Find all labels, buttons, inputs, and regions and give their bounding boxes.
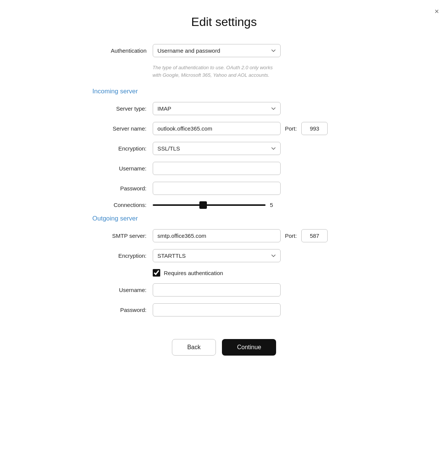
- incoming-encryption-select[interactable]: SSL/TLS STARTTLS None: [153, 142, 281, 155]
- requires-auth-checkbox[interactable]: [153, 269, 160, 277]
- outgoing-username-label: Username:: [93, 287, 153, 293]
- incoming-username-row: Username:: [93, 162, 356, 175]
- outgoing-password-field-wrap: [153, 303, 356, 316]
- outgoing-encryption-label: Encryption:: [93, 252, 153, 259]
- incoming-server-name-input[interactable]: [153, 122, 281, 135]
- slider-wrap: 5: [153, 202, 356, 208]
- incoming-username-label: Username:: [93, 165, 153, 172]
- outgoing-username-row: Username:: [93, 283, 356, 297]
- incoming-password-field-wrap: [153, 182, 356, 195]
- authentication-select[interactable]: Username and password OAuth 2.0: [153, 44, 281, 57]
- form-content: Authentication Username and password OAu…: [77, 44, 371, 316]
- incoming-password-label: Password:: [93, 185, 153, 192]
- incoming-encryption-field-wrap: SSL/TLS STARTTLS None: [153, 142, 356, 155]
- close-button[interactable]: ×: [434, 8, 439, 15]
- authentication-row: Authentication Username and password OAu…: [93, 44, 356, 57]
- connections-label: Connections:: [93, 202, 153, 208]
- requires-auth-row: Requires authentication: [153, 269, 356, 277]
- incoming-port-input[interactable]: [301, 122, 328, 135]
- incoming-username-input[interactable]: [153, 162, 281, 175]
- outgoing-password-input[interactable]: [153, 303, 281, 316]
- outgoing-encryption-field-wrap: STARTTLS SSL/TLS None: [153, 249, 356, 262]
- page-title: Edit settings: [0, 15, 448, 29]
- authentication-label: Authentication: [93, 47, 153, 54]
- server-type-field-wrap: IMAP POP3: [153, 102, 356, 115]
- server-type-row: Server type: IMAP POP3: [93, 102, 356, 115]
- outgoing-password-row: Password:: [93, 303, 356, 316]
- smtp-server-label: SMTP server:: [93, 233, 153, 239]
- continue-button[interactable]: Continue: [222, 339, 276, 356]
- incoming-server-name-field-wrap: Port:: [153, 122, 356, 135]
- smtp-server-row: SMTP server: Port:: [93, 229, 356, 242]
- outgoing-username-field-wrap: [153, 283, 356, 297]
- incoming-server-section: Incoming server: [93, 88, 356, 95]
- outgoing-port-input[interactable]: [301, 229, 328, 242]
- connections-row: Connections: 5: [93, 202, 356, 208]
- incoming-password-row: Password:: [93, 182, 356, 195]
- outgoing-port-label: Port:: [285, 233, 297, 239]
- incoming-password-input[interactable]: [153, 182, 281, 195]
- smtp-server-input[interactable]: [153, 229, 281, 242]
- footer: Back Continue: [0, 339, 448, 371]
- server-type-select[interactable]: IMAP POP3: [153, 102, 281, 115]
- connections-value: 5: [270, 202, 273, 208]
- edit-settings-dialog: × Edit settings Authentication Username …: [0, 0, 448, 476]
- server-type-label: Server type:: [93, 105, 153, 112]
- incoming-port-label: Port:: [285, 125, 297, 132]
- outgoing-encryption-select[interactable]: STARTTLS SSL/TLS None: [153, 249, 281, 262]
- outgoing-encryption-row: Encryption: STARTTLS SSL/TLS None: [93, 249, 356, 262]
- requires-auth-label: Requires authentication: [164, 270, 223, 276]
- incoming-encryption-row: Encryption: SSL/TLS STARTTLS None: [93, 142, 356, 155]
- outgoing-username-input[interactable]: [153, 283, 281, 297]
- connections-slider[interactable]: [153, 204, 266, 206]
- smtp-server-field-wrap: Port:: [153, 229, 356, 242]
- outgoing-server-label: Outgoing server: [93, 215, 356, 222]
- outgoing-password-label: Password:: [93, 307, 153, 313]
- incoming-server-name-label: Server name:: [93, 125, 153, 132]
- incoming-server-label: Incoming server: [93, 88, 356, 95]
- authentication-field-wrap: Username and password OAuth 2.0: [153, 44, 356, 57]
- authentication-hint: The type of authentication to use. OAuth…: [153, 64, 281, 79]
- incoming-encryption-label: Encryption:: [93, 145, 153, 152]
- back-button[interactable]: Back: [172, 339, 216, 356]
- incoming-username-field-wrap: [153, 162, 356, 175]
- outgoing-server-section: Outgoing server: [93, 215, 356, 222]
- incoming-server-name-row: Server name: Port:: [93, 122, 356, 135]
